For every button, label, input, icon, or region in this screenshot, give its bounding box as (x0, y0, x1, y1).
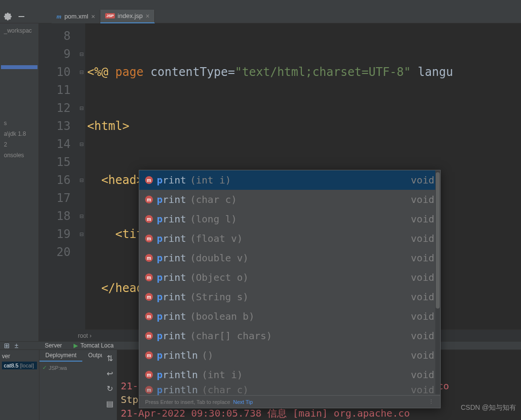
deployment-tab[interactable]: Deployment (39, 350, 82, 362)
minus-icon[interactable] (18, 13, 25, 20)
autocomplete-item[interactable]: mprint(double v)void (139, 248, 440, 268)
method-icon: m (145, 196, 153, 203)
method-icon: m (145, 215, 153, 223)
close-icon[interactable]: × (91, 13, 95, 20)
method-icon: m (145, 332, 153, 340)
method-icon: m (145, 176, 153, 184)
method-icon: m (145, 351, 153, 359)
next-tip-link[interactable]: Next Tip (233, 399, 253, 405)
config-item[interactable]: cat8.5 [local] (2, 362, 37, 369)
up-icon[interactable]: ⇅ (107, 354, 113, 363)
fold-column[interactable]: ⊟⊟⊟⊟⊟⊟⊟ (78, 23, 85, 329)
close-icon[interactable]: × (146, 12, 149, 20)
watermark: CSDN @知与知有 (461, 403, 516, 412)
sidebar-item[interactable]: _workspac (1, 25, 37, 36)
tomcat-tab[interactable]: ▶ Tomcat Loca (68, 342, 119, 349)
autocomplete-item[interactable]: mprint(String s)void (139, 287, 440, 307)
autocomplete-item[interactable]: mprint(long l)void (139, 209, 440, 229)
autocomplete-item[interactable]: mprint(char[] chars)void (139, 326, 440, 346)
run-configs[interactable]: ver cat8.5 [local] (0, 350, 39, 420)
tab-index-jsp[interactable]: JSP index.jsp × (100, 10, 155, 23)
more-icon[interactable]: ⋮ (428, 399, 434, 405)
sidebar-item[interactable]: s (1, 118, 37, 128)
maven-icon: m (56, 13, 61, 20)
console-toolbar: ⇅ ↩ ↻ ▤ (102, 350, 117, 420)
method-icon: m (145, 274, 153, 281)
deployment-item[interactable]: ✓JSP:wa (39, 362, 102, 374)
jsp-icon: JSP (105, 13, 114, 18)
autocomplete-footer: Press Enter to insert, Tab to replace Ne… (139, 395, 440, 408)
autocomplete-item[interactable]: mprint(Object o)void (139, 268, 440, 287)
editor-tabs: m pom.xml × JSP index.jsp × (52, 10, 155, 23)
toolbar: m pom.xml × JSP index.jsp × (0, 10, 521, 23)
autocomplete-item[interactable]: mprintln(int i)void (139, 365, 440, 384)
sidebar-item[interactable]: a\jdk 1.8 (1, 128, 37, 139)
autocomplete-item[interactable]: mprint(boolean b)void (139, 307, 440, 326)
autocomplete-item[interactable]: mprint(float v)void (139, 229, 440, 248)
svg-rect-0 (19, 16, 24, 17)
gear-icon[interactable] (4, 13, 12, 20)
sidebar-item[interactable]: onsoles (1, 150, 37, 161)
project-sidebar[interactable]: _workspac s a\jdk 1.8 2 onsoles (0, 23, 39, 341)
autocomplete-item[interactable]: mprint(int i)void (139, 170, 440, 190)
layout-icon[interactable]: ⊞ (4, 342, 10, 349)
filter-icon[interactable]: ▤ (106, 399, 113, 408)
method-icon: m (145, 235, 153, 242)
line-gutter: 891011121314151617181920 (39, 23, 78, 329)
method-icon: m (145, 386, 153, 394)
tab-pom[interactable]: m pom.xml × (52, 10, 100, 23)
method-icon: m (145, 312, 153, 320)
autocomplete-popup[interactable]: mprint(int i)voidmprint(char c)voidmprin… (139, 170, 441, 408)
server-tab[interactable]: Server (39, 342, 68, 349)
method-icon: m (145, 371, 153, 379)
autocomplete-item[interactable]: mprintln(char c)void (139, 384, 440, 395)
wrap-icon[interactable]: ↩ (107, 369, 113, 378)
method-icon: m (145, 293, 153, 301)
sidebar-item[interactable]: 2 (1, 139, 37, 150)
autocomplete-item[interactable]: mprintln()void (139, 346, 440, 365)
plus-icon[interactable]: ± (15, 342, 19, 349)
autocomplete-item[interactable]: mprint(char c)void (139, 190, 440, 209)
sidebar-item[interactable] (1, 65, 37, 69)
refresh-icon[interactable]: ↻ (107, 384, 113, 393)
method-icon: m (145, 254, 153, 262)
